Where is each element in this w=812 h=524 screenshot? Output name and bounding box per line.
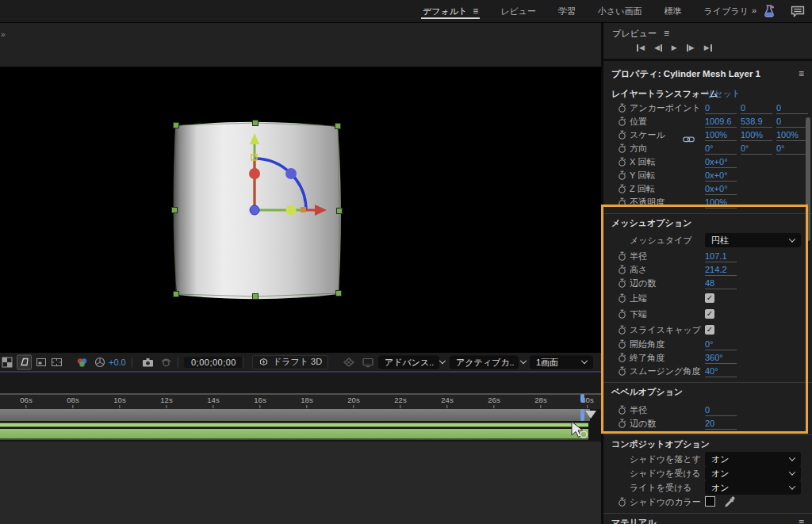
renderer-dropdown[interactable]: アドバンス.. <box>378 355 439 369</box>
anchor-handle[interactable] <box>250 205 259 215</box>
playhead-marker-top[interactable] <box>580 394 584 403</box>
exposure-value[interactable]: +0.0 <box>109 358 126 367</box>
view-layout-dropdown[interactable]: 1画面 <box>530 355 593 369</box>
panel-collapse-icon[interactable]: » <box>1 30 6 39</box>
property-dropdown[interactable]: オン <box>705 466 801 480</box>
eyedropper-icon[interactable] <box>724 496 735 511</box>
stopwatch-icon[interactable] <box>603 103 630 113</box>
property-value[interactable]: 0 <box>705 404 737 416</box>
workspace-tab[interactable]: ライブラリ <box>704 0 749 22</box>
stopwatch-icon[interactable] <box>603 265 630 275</box>
composition-viewport[interactable] <box>0 67 601 353</box>
stopwatch-icon[interactable] <box>603 251 630 262</box>
stopwatch-icon[interactable] <box>603 309 630 319</box>
color-swatch[interactable] <box>705 496 715 507</box>
property-value[interactable]: 0 <box>741 102 772 114</box>
mask-visibility-button[interactable] <box>17 354 32 369</box>
feedback-bubble-icon[interactable] <box>791 6 805 21</box>
property-value[interactable]: 538.9 <box>741 116 772 128</box>
property-value[interactable]: 214.2 <box>705 264 737 276</box>
channels-icon[interactable] <box>76 357 88 368</box>
show-snapshot-icon[interactable] <box>160 357 172 368</box>
ground-plane-icon[interactable] <box>343 357 355 368</box>
property-value[interactable]: 0 <box>776 102 808 114</box>
checkbox[interactable]: ✓ <box>705 293 714 303</box>
section-menu-icon[interactable]: ≡ <box>799 514 804 524</box>
stopwatch-icon[interactable] <box>603 293 630 304</box>
property-value[interactable]: 100% <box>705 129 737 141</box>
stopwatch-icon[interactable] <box>603 170 630 181</box>
time-ruler[interactable]: 06s08s10s12s14s16s18s20s22s24s26s28s30s <box>0 393 601 409</box>
stopwatch-icon[interactable] <box>603 366 630 377</box>
property-value[interactable]: 360° <box>705 352 737 364</box>
reset-link[interactable]: リセット <box>705 86 741 101</box>
red-handle[interactable] <box>249 168 260 179</box>
stopwatch-icon[interactable] <box>603 117 630 127</box>
navigator-end-arrow[interactable] <box>585 411 596 419</box>
workspace-tab[interactable]: 標準 <box>665 0 682 22</box>
extended-viewer-icon[interactable] <box>362 357 374 368</box>
property-dropdown[interactable]: オン <box>705 480 801 495</box>
property-value[interactable]: 0° <box>776 143 808 155</box>
stopwatch-icon[interactable] <box>603 339 630 350</box>
workspace-tab[interactable]: デフォルト≡ <box>423 0 478 22</box>
stopwatch-icon[interactable] <box>603 197 630 208</box>
orange-handle[interactable] <box>301 207 306 212</box>
stopwatch-icon[interactable] <box>603 278 630 289</box>
playhead-marker[interactable] <box>580 409 584 421</box>
property-value[interactable]: 0x+0° <box>705 170 737 182</box>
property-value[interactable]: 0° <box>741 143 772 155</box>
stopwatch-icon[interactable] <box>603 405 630 415</box>
property-value[interactable]: 107.1 <box>705 251 737 262</box>
previous-frame-button[interactable]: ◀ <box>654 44 662 52</box>
layer-duration-bar[interactable] <box>0 429 588 440</box>
draft-3d-button[interactable]: ドラフト 3D <box>252 355 328 369</box>
property-dropdown[interactable]: オン <box>705 452 801 466</box>
workspace-tab[interactable]: 小さい画面 <box>598 0 642 22</box>
workspace-overflow-icon[interactable]: » <box>752 6 756 15</box>
property-value[interactable]: 0 <box>705 102 737 114</box>
last-frame-button[interactable]: ▶ <box>704 44 712 52</box>
arc-handle[interactable] <box>285 168 297 179</box>
properties-menu-icon[interactable]: ≡ <box>799 68 804 79</box>
beta-flask-icon[interactable] <box>763 4 776 21</box>
guides-safe-margins-icon[interactable] <box>51 357 63 368</box>
transparency-grid-icon[interactable] <box>2 357 13 368</box>
layer-outline-bar[interactable] <box>0 423 588 427</box>
scale-handle[interactable] <box>286 205 297 216</box>
workspace-tab[interactable]: 学習 <box>558 0 576 22</box>
stopwatch-icon[interactable] <box>603 157 630 167</box>
next-frame-button[interactable]: ▶ <box>687 44 695 52</box>
property-value[interactable]: 0 <box>776 116 808 128</box>
timecode-display[interactable]: 0;00;00;00 <box>184 357 243 368</box>
property-value[interactable]: 0x+0° <box>705 183 737 195</box>
panel-scrollbar[interactable] <box>806 117 810 241</box>
region-of-interest-icon[interactable] <box>36 357 47 368</box>
stopwatch-icon[interactable] <box>603 497 630 507</box>
property-value[interactable]: 20 <box>705 418 737 430</box>
property-value[interactable]: 1009.6 <box>705 116 737 128</box>
snapshot-camera-icon[interactable] <box>142 357 154 367</box>
property-value[interactable]: 100% <box>776 129 808 141</box>
stopwatch-icon[interactable] <box>603 143 630 154</box>
property-value[interactable]: 48 <box>705 277 737 289</box>
checkbox[interactable]: ✓ <box>705 325 714 335</box>
stopwatch-icon[interactable] <box>603 184 630 194</box>
property-value[interactable]: 40° <box>705 365 737 377</box>
workspace-menu-icon[interactable]: ≡ <box>473 6 478 17</box>
property-value[interactable]: 100% <box>705 197 737 208</box>
work-area-bar[interactable] <box>0 409 590 421</box>
stopwatch-icon[interactable] <box>603 419 630 429</box>
property-dropdown[interactable]: 円柱 <box>705 233 801 247</box>
stopwatch-icon[interactable] <box>603 325 630 335</box>
property-value[interactable]: 100% <box>741 129 772 141</box>
checkbox[interactable]: ✓ <box>705 309 714 319</box>
stopwatch-icon[interactable] <box>603 130 630 140</box>
play-button[interactable]: ▶ <box>672 44 677 52</box>
property-value[interactable]: 0x+0° <box>705 156 737 168</box>
exposure-icon[interactable] <box>94 357 105 368</box>
first-frame-button[interactable]: ◀ <box>637 44 645 52</box>
camera-dropdown[interactable]: アクティブカ.. <box>450 355 519 369</box>
property-value[interactable]: 0° <box>705 143 737 155</box>
workspace-tab[interactable]: レビュー <box>500 0 536 22</box>
